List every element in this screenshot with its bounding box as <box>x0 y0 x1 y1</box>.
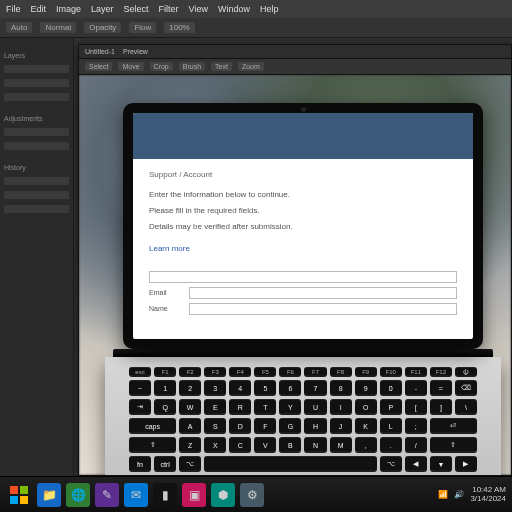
workspace: Layers Adjustments History Untitled-1 Pr… <box>0 38 512 476</box>
taskbar-app-mail[interactable]: ✉ <box>124 483 148 507</box>
taskbar-app-explorer[interactable]: 📁 <box>37 483 61 507</box>
menu-edit[interactable]: Edit <box>31 4 47 14</box>
start-button[interactable] <box>6 482 32 508</box>
key: 2 <box>179 380 201 396</box>
key: F11 <box>405 367 427 377</box>
body-text: Please fill in the required fields. <box>149 205 457 217</box>
key: V <box>254 437 276 453</box>
taskbar-app-editor[interactable]: ✎ <box>95 483 119 507</box>
key: caps <box>129 418 176 434</box>
key: 8 <box>330 380 352 396</box>
key: H <box>304 418 326 434</box>
tool-brush[interactable]: Brush <box>179 62 205 71</box>
key: F1 <box>154 367 176 377</box>
learn-more-link[interactable]: Learn more <box>149 243 190 255</box>
key: 5 <box>254 380 276 396</box>
key: 1 <box>154 380 176 396</box>
key: ⌫ <box>455 380 477 396</box>
key: ; <box>405 418 427 434</box>
toolopt-opacity[interactable]: Opacity <box>84 22 121 33</box>
toolopt-mode[interactable]: Normal <box>40 22 76 33</box>
app-menubar: File Edit Image Layer Select Filter View… <box>0 0 512 18</box>
page-body: Support / Account Enter the information … <box>133 159 473 339</box>
panel-item[interactable] <box>4 191 69 199</box>
key: ⇧ <box>430 437 477 453</box>
key: K <box>355 418 377 434</box>
tool-zoom[interactable]: Zoom <box>238 62 264 71</box>
taskbar-app-photos[interactable]: ▣ <box>182 483 206 507</box>
panel-item[interactable] <box>4 205 69 213</box>
taskbar-app-settings[interactable]: ⚙ <box>240 483 264 507</box>
key: F2 <box>179 367 201 377</box>
toolopt-zoom[interactable]: 100% <box>164 22 194 33</box>
panel-section-layers[interactable]: Layers <box>4 52 69 59</box>
panel-item[interactable] <box>4 93 69 101</box>
key: F6 <box>279 367 301 377</box>
key: = <box>430 380 452 396</box>
taskbar-app-store[interactable]: ⬢ <box>211 483 235 507</box>
tool-select[interactable]: Select <box>85 62 112 71</box>
taskbar-app-terminal[interactable]: ▮ <box>153 483 177 507</box>
key: F9 <box>355 367 377 377</box>
system-tray[interactable]: 📶 🔊 10:42 AM 3/14/2024 <box>438 486 506 504</box>
key: ⏎ <box>430 418 477 434</box>
menu-layer[interactable]: Layer <box>91 4 114 14</box>
toolopt-auto[interactable]: Auto <box>6 22 32 33</box>
menu-file[interactable]: File <box>6 4 21 14</box>
key: 6 <box>279 380 301 396</box>
menu-select[interactable]: Select <box>124 4 149 14</box>
body-text: Enter the information below to continue. <box>149 189 457 201</box>
key: ] <box>430 399 452 415</box>
tray-clock[interactable]: 10:42 AM 3/14/2024 <box>470 486 506 504</box>
laptop-mockup: Support / Account Enter the information … <box>123 103 483 475</box>
panel-item[interactable] <box>4 79 69 87</box>
key: F12 <box>430 367 452 377</box>
menu-view[interactable]: View <box>189 4 208 14</box>
email-field[interactable] <box>189 287 457 299</box>
key: L <box>380 418 402 434</box>
key: D <box>229 418 251 434</box>
tray-volume-icon[interactable]: 🔊 <box>454 490 464 499</box>
document-canvas[interactable]: Support / Account Enter the information … <box>79 75 511 475</box>
tray-network-icon[interactable]: 📶 <box>438 490 448 499</box>
breadcrumb: Support / Account <box>149 169 457 181</box>
key: ⇥ <box>129 399 151 415</box>
key: 9 <box>355 380 377 396</box>
taskbar: 📁 🌐 ✎ ✉ ▮ ▣ ⬢ ⚙ 📶 🔊 10:42 AM 3/14/2024 <box>0 476 512 512</box>
menu-filter[interactable]: Filter <box>159 4 179 14</box>
body-text: Details may be verified after submission… <box>149 221 457 233</box>
name-field[interactable] <box>189 303 457 315</box>
document-tab[interactable]: Untitled-1 <box>85 48 115 55</box>
key: ⌥ <box>380 456 402 472</box>
panel-section-history[interactable]: History <box>4 164 69 171</box>
laptop-lid: Support / Account Enter the information … <box>123 103 483 349</box>
key: Y <box>279 399 301 415</box>
tool-text[interactable]: Text <box>211 62 232 71</box>
panel-item[interactable] <box>4 128 69 136</box>
key: X <box>204 437 226 453</box>
text-input[interactable] <box>149 271 457 283</box>
key: F7 <box>304 367 326 377</box>
key: P <box>380 399 402 415</box>
laptop-screen: Support / Account Enter the information … <box>133 113 473 339</box>
panel-section-adjustments[interactable]: Adjustments <box>4 115 69 122</box>
key: ⇧ <box>129 437 176 453</box>
tool-crop[interactable]: Crop <box>150 62 173 71</box>
document-tab[interactable]: Preview <box>123 48 148 55</box>
panel-item[interactable] <box>4 177 69 185</box>
panel-item[interactable] <box>4 142 69 150</box>
key: Z <box>179 437 201 453</box>
taskbar-app-browser[interactable]: 🌐 <box>66 483 90 507</box>
menu-window[interactable]: Window <box>218 4 250 14</box>
key: S <box>204 418 226 434</box>
key: Q <box>154 399 176 415</box>
key: ⌥ <box>179 456 201 472</box>
panel-item[interactable] <box>4 65 69 73</box>
key: W <box>179 399 201 415</box>
menu-image[interactable]: Image <box>56 4 81 14</box>
key: ▼ <box>430 456 452 472</box>
toolopt-flow[interactable]: Flow <box>129 22 156 33</box>
tool-move[interactable]: Move <box>118 62 143 71</box>
laptop-keyboard: esc F1 F2 F3 F4 F5 F6 F7 F8 F9 F10 F11 <box>129 367 477 472</box>
menu-help[interactable]: Help <box>260 4 279 14</box>
